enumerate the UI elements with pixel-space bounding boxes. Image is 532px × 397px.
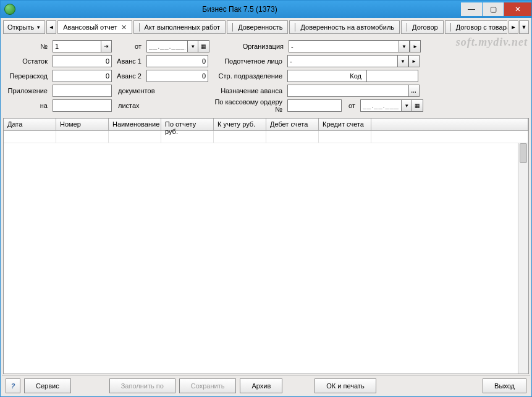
tab-nav-left[interactable]: ◄ bbox=[46, 20, 56, 34]
label-docs: документов bbox=[114, 87, 208, 94]
toolbar: Открыть ▼ ◄ Авансовый отчет ✕ Акт выполн… bbox=[2, 19, 530, 35]
grid-body[interactable] bbox=[4, 143, 528, 374]
label-number: № bbox=[7, 43, 50, 50]
minimize-button[interactable]: — bbox=[461, 2, 482, 16]
tab-label: Доверенность bbox=[238, 23, 282, 31]
tab-proxy-auto[interactable]: Доверенность на автомобиль bbox=[289, 20, 400, 34]
open-label: Открыть bbox=[7, 23, 34, 31]
titlebar: Бизнес Пак 7.5 (1373) — ▢ ✕ bbox=[1, 1, 531, 18]
label-balance: Остаток bbox=[7, 57, 50, 65]
tab-label: Доверенность на автомобиль bbox=[300, 23, 394, 31]
label-struct: Стр. подразделение bbox=[211, 72, 285, 80]
label-overexp: Перерасход bbox=[7, 72, 50, 80]
col-date[interactable]: Дата bbox=[4, 119, 56, 130]
tab-completed-works[interactable]: Акт выполненных работ bbox=[133, 20, 226, 34]
maximize-button[interactable]: ▢ bbox=[483, 2, 504, 16]
label-advance2: Аванс 2 bbox=[114, 72, 144, 80]
tab-label: Договор с товарами bbox=[456, 23, 507, 31]
col-number[interactable]: Номер bbox=[56, 119, 109, 130]
tab-label: Авансовый отчет bbox=[63, 23, 117, 31]
label-on: на bbox=[7, 102, 50, 109]
service-button[interactable]: Сервис bbox=[24, 378, 71, 393]
chevron-down-icon[interactable]: ▼ bbox=[399, 40, 410, 52]
calendar-button[interactable]: ▦ bbox=[198, 40, 209, 52]
help-button[interactable]: ? bbox=[6, 378, 20, 393]
col-name[interactable]: Наименование bbox=[109, 119, 161, 130]
label-person: Подотчетное лицо bbox=[211, 57, 285, 65]
label-purpose: Назначение аванса bbox=[211, 87, 285, 94]
cash-order-input[interactable] bbox=[287, 99, 342, 112]
number-input[interactable] bbox=[53, 40, 101, 52]
on-input[interactable] bbox=[53, 99, 112, 112]
save-button[interactable]: Сохранить bbox=[179, 378, 237, 393]
label-org: Организация bbox=[212, 43, 286, 50]
ok-print-button[interactable]: ОК и печать bbox=[315, 378, 376, 393]
org-dropdown[interactable] bbox=[289, 40, 399, 52]
date2-input[interactable] bbox=[360, 99, 401, 112]
window-title: Бизнес Пак 7.5 (1373) bbox=[19, 5, 460, 14]
calendar2-button[interactable]: ▦ bbox=[412, 99, 423, 112]
label-code: Код bbox=[345, 72, 364, 80]
document-tabs: Авансовый отчет ✕ Акт выполненных работ … bbox=[57, 20, 507, 34]
label-from2: от bbox=[344, 102, 358, 109]
date-input[interactable] bbox=[146, 40, 187, 52]
tab-contract[interactable]: Договор bbox=[401, 20, 444, 34]
chevron-down-icon[interactable]: ▼ bbox=[397, 55, 408, 67]
label-attachment: Приложение bbox=[7, 87, 50, 94]
col-report[interactable]: По отчету руб. bbox=[161, 119, 214, 130]
label-cash: По кассовому ордеру № bbox=[211, 98, 285, 113]
label-from: от bbox=[114, 43, 144, 50]
code-input[interactable] bbox=[366, 70, 418, 82]
col-debit[interactable]: Дебет счета bbox=[266, 119, 319, 130]
attachment-input[interactable] bbox=[53, 85, 112, 97]
date2-spin-button[interactable]: ▾ bbox=[401, 99, 412, 112]
tab-menu-button[interactable]: ▼ bbox=[519, 20, 529, 34]
purpose-input[interactable] bbox=[287, 85, 408, 97]
exit-button[interactable]: Выход bbox=[483, 378, 526, 393]
balance-input[interactable] bbox=[53, 55, 112, 67]
scrollbar[interactable] bbox=[518, 143, 528, 374]
table-row[interactable] bbox=[4, 131, 528, 143]
org-next-button[interactable]: ► bbox=[410, 40, 421, 52]
tab-nav-right[interactable]: ► bbox=[509, 20, 518, 34]
fill-button[interactable]: Заполнить по bbox=[109, 378, 175, 393]
number-next-button[interactable]: ⇥ bbox=[101, 40, 112, 52]
date-spin-button[interactable]: ▾ bbox=[187, 40, 198, 52]
person-next-button[interactable]: ► bbox=[408, 55, 420, 67]
label-advance1: Аванс 1 bbox=[114, 57, 144, 65]
col-rest bbox=[371, 119, 528, 130]
grid-header: Дата Номер Наименование По отчету руб. К… bbox=[4, 119, 528, 131]
close-icon[interactable]: ✕ bbox=[121, 23, 127, 31]
close-button[interactable]: ✕ bbox=[504, 2, 531, 16]
app-icon bbox=[4, 4, 15, 15]
purpose-browse-button[interactable]: … bbox=[408, 85, 420, 97]
tab-proxy[interactable]: Доверенность bbox=[227, 20, 288, 34]
tab-contract-goods[interactable]: Договор с товарами bbox=[445, 20, 507, 34]
tab-label: Договор bbox=[412, 23, 438, 31]
caret-down-icon: ▼ bbox=[36, 25, 41, 30]
archive-button[interactable]: Архив bbox=[240, 378, 282, 393]
tab-advance-report[interactable]: Авансовый отчет ✕ bbox=[57, 20, 132, 34]
overexp-input[interactable] bbox=[53, 70, 112, 82]
col-account[interactable]: К учету руб. bbox=[214, 119, 266, 130]
person-dropdown[interactable] bbox=[287, 55, 397, 67]
data-grid[interactable]: Дата Номер Наименование По отчету руб. К… bbox=[3, 118, 529, 374]
footer: ? Сервис Заполнить по Сохранить Архив ОК… bbox=[2, 375, 530, 395]
advance2-input[interactable] bbox=[146, 70, 208, 82]
advance1-input[interactable] bbox=[146, 55, 208, 67]
scrollbar-thumb[interactable] bbox=[520, 143, 527, 163]
label-sheets: листах bbox=[114, 102, 208, 109]
col-credit[interactable]: Кредит счета bbox=[319, 119, 371, 130]
open-button[interactable]: Открыть ▼ bbox=[3, 20, 45, 34]
tab-label: Акт выполненных работ bbox=[145, 23, 221, 31]
form-area: № ⇥ от ▾ ▦ Организация ▼ ► bbox=[2, 36, 530, 117]
